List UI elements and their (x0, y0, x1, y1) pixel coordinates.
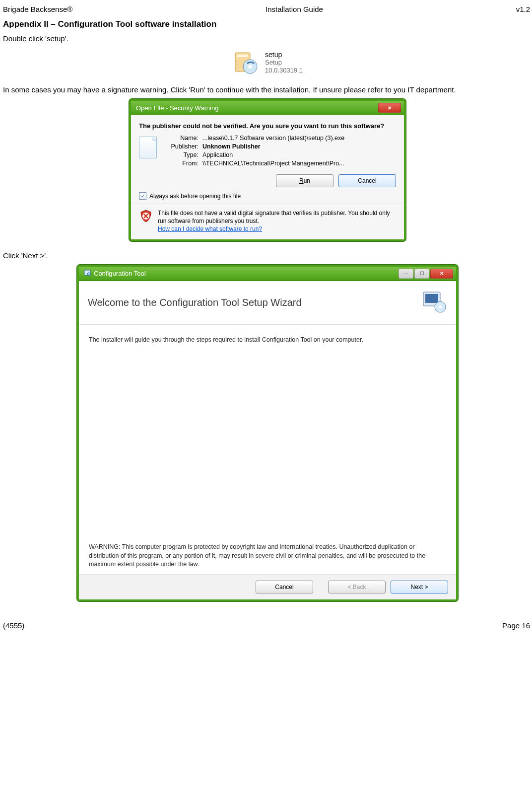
svg-point-6 (87, 273, 90, 276)
header-center: Installation Guide (266, 5, 323, 13)
wizard-header: Welcome to the Configuration Tool Setup … (79, 281, 456, 325)
step3-text: Click 'Next >'. (3, 251, 532, 260)
footer-right: Page 16 (502, 621, 530, 630)
installer-graphic-icon (421, 290, 447, 315)
help-link[interactable]: How can I decide what software to run? (158, 225, 262, 232)
dialog-titlebar: Open File - Security Warning ✕ (131, 101, 404, 115)
shield-error-icon (139, 209, 153, 223)
close-icon[interactable]: ✕ (378, 103, 401, 113)
setup-filename: setup (265, 51, 303, 59)
installer-icon[interactable] (232, 49, 260, 76)
wizard-window-title: Configuration Tool (94, 270, 146, 277)
svg-point-10 (439, 305, 442, 308)
wizard-footer: Cancel < Back Next > (79, 574, 456, 599)
dialog-title: Open File - Security Warning (136, 104, 218, 112)
wizard-intro-text: The installer will guide you through the… (89, 336, 446, 344)
appendix-title: Appendix II – Configuration Tool softwar… (3, 19, 532, 29)
always-ask-label: Always ask before opening this file (149, 193, 241, 200)
label-from: From: (162, 160, 202, 167)
divider (131, 204, 404, 204)
signature-warning-text: This file does not have a valid digital … (158, 210, 390, 224)
wizard-titlebar: Configuration Tool — ☐ ✕ (79, 267, 456, 281)
label-type: Type: (162, 151, 202, 158)
svg-point-3 (248, 65, 252, 69)
setup-file-block: setup Setup 10.0.30319.1 (3, 49, 532, 76)
page-header: Brigade Backsense® Installation Guide v1… (3, 5, 532, 13)
page-footer: (4555) Page 16 (3, 621, 532, 630)
header-left: Brigade Backsense® (3, 5, 72, 13)
security-warning-dialog: Open File - Security Warning ✕ The publi… (129, 99, 406, 241)
step2-text: In some cases you may have a signature w… (3, 85, 532, 94)
cancel-button[interactable]: Cancel (338, 174, 396, 187)
wizard-body: The installer will guide you through the… (79, 325, 456, 574)
wizard-back-button[interactable]: < Back (328, 581, 386, 593)
run-button[interactable]: RRunun (276, 174, 333, 187)
wizard-warning-text: WARNING: This computer program is protec… (89, 543, 446, 569)
value-publisher: Unknown Publisher (202, 143, 261, 150)
value-type: Application (202, 151, 233, 158)
application-file-icon (139, 137, 157, 158)
step1-text: Double click 'setup'. (3, 34, 532, 43)
setup-version: 10.0.30319.1 (265, 67, 303, 74)
footer-left: (4555) (3, 621, 24, 630)
value-name: ...lease\0.1.7 Software version (latest)… (202, 135, 344, 142)
wizard-titlebar-icon (84, 269, 91, 278)
minimize-icon[interactable]: — (399, 269, 413, 279)
svg-rect-1 (237, 55, 248, 57)
setup-wizard-dialog: Configuration Tool — ☐ ✕ Welcome to the … (77, 265, 458, 601)
svg-rect-8 (425, 294, 438, 303)
wizard-welcome-title: Welcome to the Configuration Tool Setup … (88, 297, 302, 308)
close-icon[interactable]: ✕ (430, 269, 453, 279)
dialog-heading: The publisher could not be verified. Are… (139, 122, 396, 130)
always-ask-checkbox[interactable]: ✓ (139, 192, 146, 200)
label-name: Name: (162, 135, 202, 142)
wizard-next-button[interactable]: Next > (391, 581, 448, 593)
setup-description: Setup (265, 59, 303, 67)
label-publisher: Publisher: (162, 143, 202, 150)
wizard-cancel-button[interactable]: Cancel (256, 581, 313, 593)
header-right: v1.2 (516, 5, 530, 13)
maximize-icon[interactable]: ☐ (414, 269, 429, 279)
value-from: \\TECHNICAL\Technical\Project Management… (202, 160, 344, 167)
